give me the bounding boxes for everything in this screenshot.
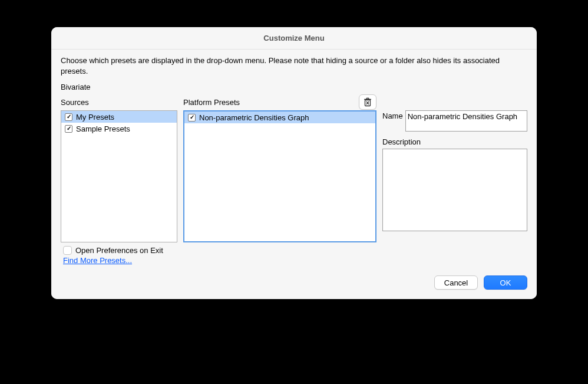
presets-item[interactable]: Non-parametric Densities Graph [184, 111, 375, 123]
columns: Sources My Presets Sample Presets Plat [61, 94, 527, 242]
sources-column: Sources My Presets Sample Presets [61, 94, 177, 242]
sources-header: Sources [61, 94, 177, 110]
sources-item-my-presets[interactable]: My Presets [61, 111, 177, 123]
instructions-text: Choose which presets are displayed in th… [61, 55, 527, 77]
name-row: Name [382, 110, 527, 132]
below-columns: Open Preferences on Exit Find More Prese… [63, 246, 527, 265]
presets-listbox[interactable]: Non-parametric Densities Graph [183, 110, 376, 242]
presets-label: Platform Presets [183, 98, 240, 107]
footer-buttons: Cancel OK [61, 275, 527, 290]
trash-icon [364, 97, 372, 107]
open-preferences-checkbox[interactable] [63, 246, 72, 255]
properties-header-spacer [382, 94, 527, 110]
sources-label: Sources [61, 98, 89, 107]
sources-item-label: Sample Presets [76, 124, 130, 133]
sources-item-sample-presets[interactable]: Sample Presets [61, 123, 177, 134]
sources-item-checkbox[interactable] [65, 125, 72, 133]
presets-header: Platform Presets [183, 94, 376, 110]
open-preferences-row: Open Preferences on Exit [63, 246, 527, 255]
description-label: Description [382, 137, 527, 146]
window-titlebar: Customize Menu [51, 27, 537, 50]
platform-label: Bivariate [61, 83, 527, 91]
find-more-presets-link[interactable]: Find More Presets... [63, 256, 132, 265]
name-label: Name [382, 110, 403, 120]
open-preferences-label: Open Preferences on Exit [75, 246, 163, 255]
presets-column: Platform Presets [183, 94, 376, 242]
customize-menu-window: Customize Menu Choose which presets are … [51, 27, 537, 299]
presets-item-label: Non-parametric Densities Graph [199, 113, 309, 122]
presets-item-checkbox[interactable] [188, 114, 196, 122]
name-input[interactable] [405, 110, 527, 132]
window-content: Choose which presets are displayed in th… [51, 50, 537, 299]
cancel-button[interactable]: Cancel [434, 275, 478, 290]
window-title: Customize Menu [263, 34, 324, 42]
sources-item-label: My Presets [76, 113, 114, 122]
description-input[interactable] [382, 149, 527, 231]
properties-column: Name Description [382, 94, 527, 233]
ok-button[interactable]: OK [484, 275, 527, 290]
sources-listbox[interactable]: My Presets Sample Presets [61, 110, 177, 242]
description-block: Description [382, 137, 527, 233]
delete-preset-button[interactable] [359, 94, 376, 110]
sources-item-checkbox[interactable] [65, 113, 72, 121]
